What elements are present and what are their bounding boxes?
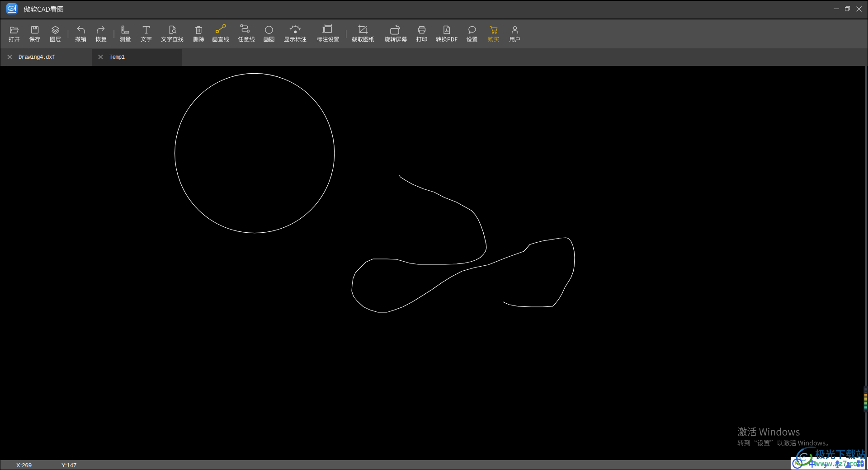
svg-text:CAD: CAD xyxy=(9,7,15,10)
